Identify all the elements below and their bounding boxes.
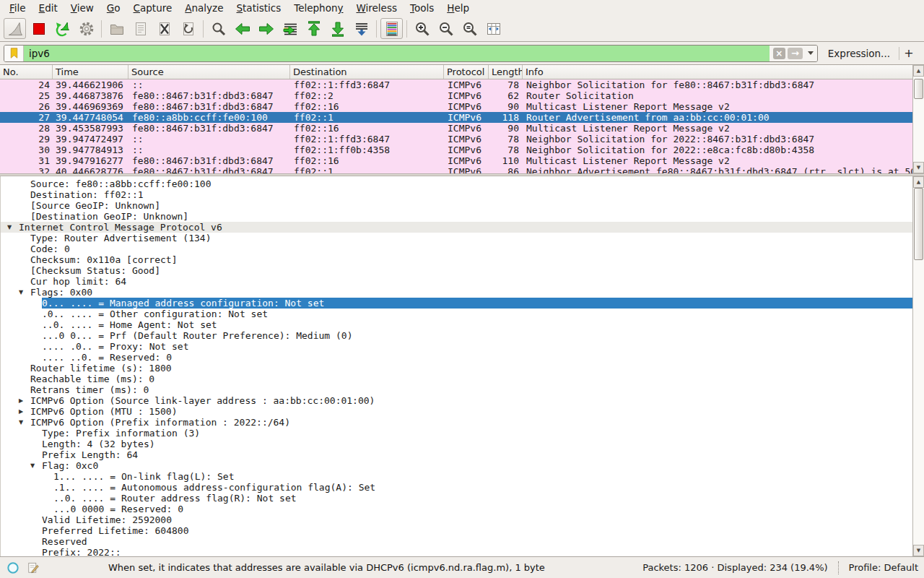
expand-icon[interactable]: ▶ (19, 395, 30, 406)
scroll-track[interactable] (913, 188, 924, 545)
colorize-button[interactable] (380, 18, 403, 39)
detail-line[interactable]: Checksum: 0x110a [correct] (1, 254, 912, 265)
packet-row-28[interactable]: 2839.453587993fe80::8467:b31f:dbd3:6847f… (0, 123, 912, 134)
detail-line[interactable]: ..0. .... = Router address flag(R): Not … (1, 493, 912, 504)
detail-line[interactable]: Prefix Length: 64 (1, 449, 912, 460)
menu-help[interactable]: Help (440, 1, 476, 15)
menu-edit[interactable]: Edit (32, 1, 64, 15)
profile-text[interactable]: Profile: Default (849, 562, 918, 573)
packet-row-31[interactable]: 3139.947916277fe80::8467:b31f:dbd3:6847f… (0, 155, 912, 166)
display-filter-input[interactable] (24, 46, 770, 61)
menu-tools[interactable]: Tools (404, 1, 440, 15)
scroll-down-icon[interactable]: ▼ (913, 162, 924, 173)
close-file-button[interactable] (153, 18, 175, 39)
go-last-button[interactable] (326, 18, 349, 39)
packet-row-32[interactable]: 3240.446628776fe80::8467:b31f:dbd3:6847f… (0, 166, 912, 173)
zoom-in-button[interactable] (411, 18, 433, 39)
filter-bookmark-button[interactable] (4, 46, 24, 61)
zoom-out-button[interactable] (435, 18, 457, 39)
packet-row-25[interactable]: 2539.446873876fe80::8467:b31f:dbd3:6847f… (0, 90, 912, 101)
scroll-down-icon[interactable]: ▼ (913, 545, 924, 556)
detail-line[interactable]: ▼Flags: 0x00 (1, 287, 912, 298)
filter-apply-icon[interactable]: → (788, 48, 803, 59)
filter-dropdown-icon[interactable] (808, 51, 814, 55)
go-to-packet-button[interactable] (279, 18, 301, 39)
detail-line[interactable]: Cur hop limit: 64 (1, 276, 912, 287)
detail-line[interactable]: Reserved (1, 536, 912, 547)
collapse-icon[interactable]: ▼ (30, 460, 42, 471)
go-forward-button[interactable] (255, 18, 277, 39)
packet-list-scrollbar[interactable]: ▲ ▼ (912, 65, 924, 173)
scroll-track[interactable] (913, 77, 924, 162)
restart-capture-button[interactable] (51, 18, 74, 39)
menu-view[interactable]: View (64, 1, 100, 15)
packet-row-27[interactable]: 2739.447748054fe80::a8bb:ccff:fe00:100ff… (0, 112, 912, 123)
menu-statistics[interactable]: Statistics (230, 1, 287, 15)
collapse-icon[interactable]: ▼ (7, 222, 19, 233)
packet-row-26[interactable]: 2639.446969369fe80::8467:b31f:dbd3:6847f… (0, 101, 912, 112)
packet-row-29[interactable]: 2939.947472497::ff02::1:ffd3:6847ICMPv67… (0, 134, 912, 144)
detail-line[interactable]: .... .0.. = Proxy: Not set (1, 341, 912, 352)
go-back-button[interactable] (231, 18, 253, 39)
menu-go[interactable]: Go (100, 1, 127, 15)
expression-button[interactable]: Expression... (828, 48, 890, 59)
menu-analyze[interactable]: Analyze (178, 1, 230, 15)
auto-scroll-button[interactable] (350, 18, 372, 39)
capture-comment-icon[interactable] (26, 561, 40, 575)
detail-line[interactable]: Code: 0 (1, 243, 912, 254)
detail-line[interactable]: [Source GeoIP: Unknown] (1, 200, 912, 211)
detail-line[interactable]: Type: Prefix information (3) (1, 428, 912, 439)
detail-line[interactable]: Length: 4 (32 bytes) (1, 439, 912, 449)
detail-line[interactable]: ...0 0... = Prf (Default Router Preferen… (1, 330, 912, 341)
scroll-up-icon[interactable]: ▲ (913, 65, 924, 77)
collapse-icon[interactable]: ▼ (19, 417, 30, 428)
details-scrollbar[interactable]: ▲ ▼ (912, 176, 924, 556)
stop-capture-button[interactable] (27, 18, 50, 39)
packet-row-30[interactable]: 3039.947784913::ff02::1:ff0b:4358ICMPv67… (0, 144, 912, 155)
detail-line[interactable]: [Destination GeoIP: Unknown] (1, 211, 912, 222)
detail-line[interactable]: Router lifetime (s): 1800 (1, 363, 912, 374)
find-packet-button[interactable] (207, 18, 230, 39)
column-header-protocol[interactable]: Protocol (444, 65, 489, 79)
column-header-info[interactable]: Info (523, 65, 912, 79)
detail-line[interactable]: .1.. .... = Autonomous address-configura… (1, 482, 912, 493)
detail-line[interactable]: ▶ICMPv6 Option (MTU : 1500) (1, 406, 912, 417)
packet-row-24[interactable]: 2439.446621906::ff02::1:ffd3:6847ICMPv67… (0, 79, 912, 90)
detail-line[interactable]: 1... .... = On-link flag(L): Set (1, 471, 912, 482)
detail-line[interactable]: ▼Flag: 0xc0 (1, 460, 912, 471)
zoom-reset-button[interactable] (458, 18, 481, 39)
column-header-no[interactable]: No. (0, 65, 53, 79)
save-file-button[interactable] (129, 18, 152, 39)
detail-line[interactable]: Type: Router Advertisement (134) (1, 233, 912, 243)
scroll-up-icon[interactable]: ▲ (913, 176, 924, 188)
detail-line[interactable]: Reachable time (ms): 0 (1, 374, 912, 384)
detail-line[interactable]: Prefix: 2022:: (1, 547, 912, 556)
scroll-thumb[interactable] (914, 79, 923, 99)
menu-wireless[interactable]: Wireless (349, 1, 404, 15)
start-capture-button[interactable] (4, 18, 26, 39)
detail-line[interactable]: Retrans timer (ms): 0 (1, 384, 912, 395)
detail-line[interactable]: Preferred Lifetime: 604800 (1, 525, 912, 536)
detail-line[interactable]: Source: fe80::a8bb:ccff:fe00:100 (1, 178, 912, 189)
go-first-button[interactable] (302, 18, 325, 39)
column-header-time[interactable]: Time (53, 65, 128, 79)
resize-columns-button[interactable] (482, 18, 505, 39)
reload-file-button[interactable] (177, 18, 199, 39)
detail-line[interactable]: ▶ICMPv6 Option (Source link-layer addres… (1, 395, 912, 406)
capture-options-button[interactable] (75, 18, 97, 39)
scroll-thumb[interactable] (914, 188, 923, 260)
detail-line[interactable]: ▼ICMPv6 Option (Prefix information : 202… (1, 417, 912, 428)
open-file-button[interactable] (105, 18, 128, 39)
menu-telephony[interactable]: Telephony (287, 1, 349, 15)
detail-line[interactable]: ...0 0000 = Reserved: 0 (1, 504, 912, 514)
column-header-source[interactable]: Source (128, 65, 290, 79)
detail-line[interactable]: 0... .... = Managed address configuratio… (1, 298, 912, 309)
detail-line[interactable]: .0.. .... = Other configuration: Not set (1, 309, 912, 319)
expand-icon[interactable]: ▶ (19, 406, 30, 417)
column-header-length[interactable]: Length (489, 65, 523, 79)
display-filter-field[interactable]: × → (4, 45, 818, 62)
menu-file[interactable]: File (3, 1, 32, 15)
expert-info-icon[interactable] (6, 561, 20, 575)
detail-line[interactable]: ▼Internet Control Message Protocol v6 (1, 222, 912, 233)
menu-capture[interactable]: Capture (127, 1, 179, 15)
